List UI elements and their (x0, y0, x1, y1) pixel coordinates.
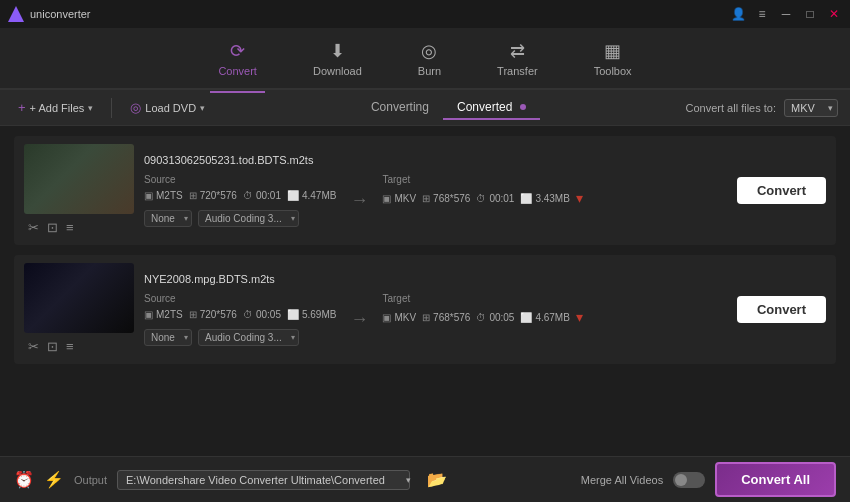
nav-download[interactable]: ⬇ Download (305, 36, 370, 81)
thumbnail (24, 144, 134, 214)
nav-burn[interactable]: ◎ Burn (410, 36, 449, 81)
user-icon[interactable]: 👤 (730, 7, 746, 21)
source-duration-value: 00:01 (256, 190, 281, 201)
settings-icon[interactable]: ≡ (66, 339, 74, 354)
target-detail-row: ▣ MKV ⊞ 768*576 ⏱ 00:01 ⬜ (382, 190, 582, 206)
target-duration: ⏱ 00:05 (476, 312, 514, 323)
convert-nav-icon: ⟳ (230, 40, 245, 62)
convert-button-2[interactable]: Convert (737, 296, 826, 323)
merge-toggle[interactable] (673, 472, 705, 488)
lightning-icon[interactable]: ⚡ (44, 470, 64, 489)
media-details: Source ▣ M2TS ⊞ 720*576 ⏱ 00:05 (144, 293, 727, 346)
settings-icon[interactable]: ≡ (66, 220, 74, 235)
nav-transfer[interactable]: ⇄ Transfer (489, 36, 546, 81)
bottom-bar: ⏰ ⚡ Output E:\Wondershare Video Converte… (0, 456, 850, 502)
subtitle-select[interactable]: None (144, 210, 192, 227)
source-resolution: ⊞ 720*576 (189, 309, 237, 320)
file-info: NYE2008.mpg.BDTS.m2ts Source ▣ M2TS ⊞ 72… (144, 273, 727, 346)
app-logo-icon (8, 6, 24, 22)
audio-wrapper: Audio Coding 3... (198, 208, 299, 227)
add-files-button[interactable]: + + Add Files (12, 97, 99, 118)
target-duration-value: 00:01 (489, 193, 514, 204)
size-icon: ⬜ (287, 309, 299, 320)
converted-tab-dot (520, 104, 526, 110)
target-format: ▣ MKV (382, 193, 416, 204)
target-section: Target ▣ MKV ⊞ 768*576 ⏱ 00:05 (382, 293, 582, 325)
toolbar: + + Add Files ◎ Load DVD ▾ Converting Co… (0, 90, 850, 126)
audio-wrapper: Audio Coding 3... (198, 327, 299, 346)
target-dur-icon: ⏱ (476, 193, 486, 204)
file-info: 090313062505231.tod.BDTS.m2ts Source ▣ M… (144, 154, 727, 227)
convert-all-button[interactable]: Convert All (715, 462, 836, 497)
tab-converting[interactable]: Converting (357, 96, 443, 120)
folder-icon[interactable]: 📂 (427, 470, 447, 489)
target-dur-icon: ⏱ (476, 312, 486, 323)
output-path-wrapper: E:\Wondershare Video Converter Ultimate\… (117, 470, 417, 490)
target-section: Target ▣ MKV ⊞ 768*576 ⏱ 00:01 (382, 174, 582, 206)
target-format-icon: ▣ (382, 312, 391, 323)
target-expand-icon[interactable]: ▾ (576, 190, 583, 206)
target-duration-value: 00:05 (489, 312, 514, 323)
target-size-icon: ⬜ (520, 312, 532, 323)
target-size: ⬜ 3.43MB (520, 193, 569, 204)
source-format: ▣ M2TS (144, 309, 183, 320)
format-selector[interactable]: MKV MP4 AVI MOV (784, 99, 838, 117)
source-detail-row: ▣ M2TS ⊞ 720*576 ⏱ 00:05 ⬜ (144, 309, 336, 320)
title-bar-controls: 👤 ≡ ─ □ ✕ (730, 7, 842, 21)
convert-all-to: Convert all files to: MKV MP4 AVI MOV (686, 99, 838, 117)
tab-group: Converting Converted (357, 96, 540, 120)
tab-converted[interactable]: Converted (443, 96, 540, 120)
target-resolution: ⊞ 768*576 (422, 312, 470, 323)
nav-convert-label: Convert (218, 65, 257, 77)
close-button[interactable]: ✕ (826, 7, 842, 21)
maximize-button[interactable]: □ (802, 7, 818, 21)
nav-convert[interactable]: ⟳ Convert (210, 36, 265, 81)
target-resolution-value: 768*576 (433, 193, 470, 204)
source-size-value: 5.69MB (302, 309, 336, 320)
minimize-button[interactable]: ─ (778, 7, 794, 21)
burn-nav-icon: ◎ (421, 40, 437, 62)
add-files-label: + Add Files (30, 102, 85, 114)
toolbar-separator (111, 98, 112, 118)
alarm-icon[interactable]: ⏰ (14, 470, 34, 489)
target-size-value: 3.43MB (535, 193, 569, 204)
thumbnail-area: ✂ ⊡ ≡ (24, 263, 134, 356)
source-format-value: M2TS (156, 309, 183, 320)
source-label: Source (144, 174, 336, 185)
file-name: 090313062505231.tod.BDTS.m2ts (144, 154, 727, 166)
file-card: ✂ ⊡ ≡ 090313062505231.tod.BDTS.m2ts Sour… (14, 136, 836, 245)
duration-icon: ⏱ (243, 190, 253, 201)
resolution-icon: ⊞ (189, 190, 197, 201)
target-resolution: ⊞ 768*576 (422, 193, 470, 204)
converted-tab-label: Converted (457, 100, 512, 114)
scissors-icon[interactable]: ✂ (28, 339, 39, 354)
source-duration: ⏱ 00:05 (243, 309, 281, 320)
source-size: ⬜ 5.69MB (287, 309, 336, 320)
target-duration: ⏱ 00:01 (476, 193, 514, 204)
load-dvd-button[interactable]: ◎ Load DVD ▾ (124, 97, 211, 118)
subtitle-wrapper: None (144, 208, 192, 227)
target-label: Target (382, 174, 582, 185)
target-label: Target (382, 293, 582, 304)
subtitle-select[interactable]: None (144, 329, 192, 346)
audio-select[interactable]: Audio Coding 3... (198, 210, 299, 227)
menu-icon[interactable]: ≡ (754, 7, 770, 21)
crop-icon[interactable]: ⊡ (47, 220, 58, 235)
output-path-select[interactable]: E:\Wondershare Video Converter Ultimate\… (117, 470, 410, 490)
scissors-icon[interactable]: ✂ (28, 220, 39, 235)
nav-download-label: Download (313, 65, 362, 77)
thumbnail (24, 263, 134, 333)
load-dvd-chevron: ▾ (200, 103, 205, 113)
convert-button-1[interactable]: Convert (737, 177, 826, 204)
target-expand-icon[interactable]: ▾ (576, 309, 583, 325)
nav-toolbox[interactable]: ▦ Toolbox (586, 36, 640, 81)
crop-icon[interactable]: ⊡ (47, 339, 58, 354)
source-duration: ⏱ 00:01 (243, 190, 281, 201)
source-section: Source ▣ M2TS ⊞ 720*576 ⏱ 00:05 (144, 293, 336, 346)
source-format: ▣ M2TS (144, 190, 183, 201)
arrow-separator: → (342, 190, 376, 211)
target-format-icon: ▣ (382, 193, 391, 204)
subtitle-row: None Audio Coding 3... (144, 208, 336, 227)
source-section: Source ▣ M2TS ⊞ 720*576 ⏱ 00:01 (144, 174, 336, 227)
audio-select[interactable]: Audio Coding 3... (198, 329, 299, 346)
